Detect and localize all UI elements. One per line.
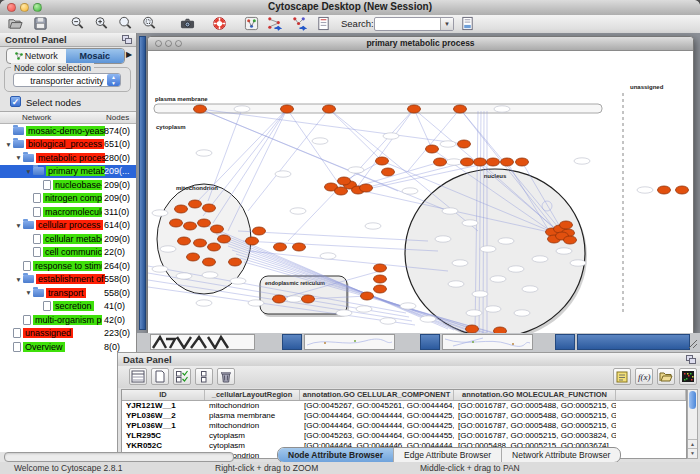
resize-grip-icon[interactable] xyxy=(686,335,698,347)
attribute-table-icon[interactable] xyxy=(129,368,147,385)
network-node[interactable] xyxy=(184,222,197,230)
unselect-attributes-icon[interactable] xyxy=(195,368,213,385)
search-text[interactable] xyxy=(376,18,440,31)
network-node[interactable] xyxy=(189,200,202,208)
mitochondrion-region[interactable] xyxy=(157,184,251,294)
edge[interactable] xyxy=(208,109,242,201)
edge[interactable] xyxy=(238,231,428,241)
tab-network-attribute-browser[interactable]: Network Attribute Browser xyxy=(502,448,620,462)
network-node[interactable] xyxy=(426,145,439,153)
network-node[interactable] xyxy=(454,105,467,113)
network-node[interactable] xyxy=(302,295,315,303)
tree-row[interactable]: Overview8(0) xyxy=(0,340,136,354)
minimized-window-thumbnail[interactable] xyxy=(304,334,395,350)
snapshot-icon[interactable] xyxy=(180,16,198,31)
select-attributes-icon[interactable] xyxy=(173,368,191,385)
tree-row[interactable]: secretion41(0) xyxy=(0,300,136,314)
tree-row[interactable]: multi-organism pro42(0) xyxy=(0,313,136,327)
zoom-out-icon[interactable] xyxy=(70,16,88,31)
expander-icon[interactable]: ▼ xyxy=(14,222,23,229)
minimized-window-bar[interactable] xyxy=(282,334,302,350)
network-node[interactable] xyxy=(203,258,216,266)
tree-row[interactable]: ▼establishment of lo558(0) xyxy=(0,273,136,287)
edge[interactable] xyxy=(200,109,464,144)
tree-row[interactable]: nucleobase-209(0) xyxy=(0,178,136,192)
table-row[interactable]: YPL036W__1mitochondrion[GO:0044464, GO:0… xyxy=(122,421,686,431)
network-node[interactable] xyxy=(194,239,207,247)
network-node[interactable] xyxy=(560,221,573,229)
network-node[interactable] xyxy=(458,140,471,148)
edge[interactable] xyxy=(193,109,287,206)
network-node[interactable] xyxy=(246,237,259,245)
network-node[interactable] xyxy=(461,158,474,166)
edge[interactable] xyxy=(200,109,398,191)
network-node[interactable] xyxy=(293,243,306,251)
advanced-search-icon[interactable] xyxy=(460,16,478,31)
network-node[interactable] xyxy=(434,158,447,166)
network-node[interactable] xyxy=(676,186,689,194)
network-node[interactable] xyxy=(658,186,671,194)
open-icon[interactable] xyxy=(8,16,26,31)
network-node[interactable] xyxy=(274,243,287,251)
vizmapper-icon[interactable] xyxy=(244,16,262,31)
network-node[interactable] xyxy=(198,219,211,227)
table-row[interactable]: YLR295Ccytoplasm[GO:0045263, GO:0044464,… xyxy=(122,431,686,441)
tree-row[interactable]: ▼biological_process651(0) xyxy=(0,138,136,152)
network-node[interactable] xyxy=(361,292,374,300)
function-builder-icon[interactable]: f(x) xyxy=(635,368,653,385)
minimized-window-thumbnail[interactable] xyxy=(150,334,255,350)
network-node[interactable] xyxy=(466,325,479,333)
layout-selected-icon[interactable] xyxy=(292,16,310,31)
network-window-titlebar[interactable]: primary metabolic process xyxy=(148,37,693,51)
zoom-in-icon[interactable] xyxy=(94,16,112,31)
network-node[interactable] xyxy=(374,285,387,293)
network-node[interactable] xyxy=(501,158,514,166)
network-node[interactable] xyxy=(516,158,529,166)
float-panel-icon[interactable] xyxy=(686,355,696,364)
tree-row[interactable]: ▼transport558(0) xyxy=(0,286,136,300)
network-node[interactable] xyxy=(175,205,188,213)
help-icon[interactable] xyxy=(212,16,230,31)
network-node[interactable] xyxy=(253,227,266,235)
network-node[interactable] xyxy=(208,243,221,251)
minimized-window-thumbnail[interactable] xyxy=(442,334,533,350)
tree-row[interactable]: cell communicat22(0) xyxy=(0,246,136,260)
delete-attribute-icon[interactable] xyxy=(217,368,235,385)
new-attribute-icon[interactable] xyxy=(151,368,169,385)
network-node[interactable] xyxy=(374,264,387,272)
network-node[interactable] xyxy=(360,184,373,192)
table-column-header[interactable]: _cellularLayoutRegion xyxy=(205,390,300,400)
network-canvas[interactable]: plasma membrane cytoplasm nucleus mitoch… xyxy=(148,51,693,333)
network-node[interactable] xyxy=(281,105,294,113)
select-nodes-checkbox[interactable]: ✓ xyxy=(10,96,21,107)
expander-icon[interactable]: ▼ xyxy=(14,276,23,283)
tree-row[interactable]: mosaic-demo-yeast874(0) xyxy=(0,124,136,138)
tab-mosaic[interactable]: Mosaic xyxy=(66,49,125,63)
scrollbar-thumb[interactable] xyxy=(689,391,696,409)
import-attributes-icon[interactable] xyxy=(657,368,675,385)
tree-row[interactable]: nitrogen compo209(0) xyxy=(0,192,136,206)
network-node[interactable] xyxy=(187,253,200,261)
network-node[interactable] xyxy=(273,295,286,303)
edge[interactable] xyxy=(414,109,432,149)
layout-network-icon[interactable] xyxy=(267,16,285,31)
tree-row[interactable]: ▼primary metabo209(... xyxy=(0,165,136,179)
table-column-header[interactable]: annotation.GO MOLECULAR_FUNCTION xyxy=(454,390,616,400)
edge[interactable] xyxy=(248,109,329,211)
search-dropdown-icon[interactable]: ▼ xyxy=(440,18,453,30)
edge[interactable] xyxy=(213,109,287,223)
tree-row[interactable]: response to stimulu264(0) xyxy=(0,259,136,273)
network-node[interactable] xyxy=(382,168,395,176)
expander-icon[interactable]: ▼ xyxy=(14,154,23,161)
edge[interactable] xyxy=(203,109,287,216)
tree-row[interactable]: ▼cellular process614(0) xyxy=(0,219,136,233)
network-node[interactable] xyxy=(194,105,207,113)
zoom-selected-icon[interactable] xyxy=(142,16,160,31)
tree-row[interactable]: unassigned223(0) xyxy=(0,327,136,341)
minimized-window-bar[interactable] xyxy=(577,334,690,350)
expander-icon[interactable]: ▼ xyxy=(24,168,33,175)
scroll-down-icon[interactable]: ▼ xyxy=(688,448,697,458)
network-node[interactable] xyxy=(178,237,191,245)
save-icon[interactable] xyxy=(33,16,51,31)
notepad-icon[interactable] xyxy=(613,368,631,385)
